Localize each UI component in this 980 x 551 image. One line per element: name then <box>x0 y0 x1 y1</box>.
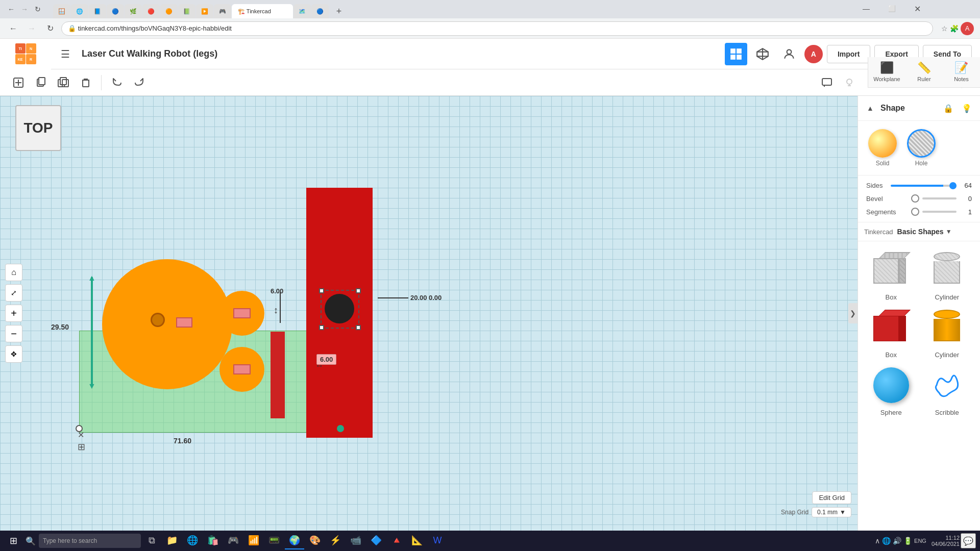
zoom-out-button[interactable]: − <box>5 325 22 342</box>
big-orange-circle[interactable] <box>102 259 232 389</box>
edge2-app[interactable]: 🔷 <box>366 532 386 549</box>
file-explorer-app[interactable]: 📁 <box>162 532 182 549</box>
taskbar-search[interactable]: Type here to search <box>39 534 141 548</box>
workplane-tab[interactable]: ⬛ Workplane <box>868 57 905 87</box>
snap-button[interactable]: ⊞ <box>78 441 85 453</box>
solid-option[interactable]: Solid <box>868 129 897 167</box>
chrome-app[interactable]: 🌍 <box>285 532 304 549</box>
edge-app[interactable]: 🌐 <box>183 532 202 549</box>
fit-view-button[interactable]: ⤢ <box>5 284 22 302</box>
app12[interactable]: 🔺 <box>387 532 406 549</box>
forward-button[interactable]: → <box>18 3 31 15</box>
light-bulb-button[interactable] <box>839 72 860 93</box>
bookmark-icon[interactable]: ☆ <box>941 24 948 33</box>
import-button[interactable]: Import <box>827 45 871 63</box>
user-settings-button[interactable] <box>778 43 800 65</box>
shape-box-red[interactable]: Box <box>866 307 916 359</box>
reload-button[interactable]: ↻ <box>32 3 44 15</box>
tray-volume[interactable]: 🔊 <box>893 537 901 545</box>
start-button[interactable]: ⊞ <box>4 532 22 549</box>
bevel-input[interactable] <box>911 194 919 203</box>
address-bar[interactable]: 🔒 tinkercad.com/things/boVNGaqN3Y8-epic-… <box>61 21 933 36</box>
delete-button[interactable] <box>76 72 96 93</box>
3d-view-button[interactable] <box>751 43 774 65</box>
maximize-button[interactable]: ⬜ <box>880 1 903 16</box>
close-button[interactable]: ✕ <box>905 1 929 16</box>
snap-grid-value[interactable]: 0.1 mm ▼ <box>812 507 851 517</box>
copy-button[interactable] <box>31 72 51 93</box>
shape-lock-button[interactable]: 🔒 <box>941 101 955 115</box>
browser-tab[interactable]: 🗺️ <box>293 4 311 18</box>
nav-forward-button[interactable]: → <box>24 21 39 36</box>
top-view-label[interactable]: TOP <box>15 105 61 151</box>
browser-tab[interactable]: 🔵 <box>107 4 124 18</box>
selected-circle[interactable] <box>325 294 354 323</box>
home-view-button[interactable]: ⌂ <box>5 264 22 281</box>
comment-button[interactable] <box>817 72 837 93</box>
shape-light-button[interactable]: 💡 <box>960 101 974 115</box>
browser-tab[interactable]: 📘 <box>89 4 106 18</box>
shape-scribble[interactable]: Scribble <box>922 365 972 416</box>
hole-option[interactable]: Hole <box>907 129 936 167</box>
back-button[interactable]: ← <box>5 3 17 15</box>
profile-icon[interactable]: A <box>961 22 974 35</box>
tray-arrow[interactable]: ∧ <box>875 537 880 545</box>
tray-battery[interactable]: 🔋 <box>903 537 912 545</box>
browser-tab[interactable]: 🪟 <box>53 4 70 18</box>
minimize-button[interactable]: — <box>854 1 878 16</box>
grid-view-button[interactable] <box>725 43 747 65</box>
app13[interactable]: 📐 <box>407 532 427 549</box>
app-menu-button[interactable]: ☰ <box>55 44 76 64</box>
notes-tab[interactable]: 📝 Notes <box>943 57 980 87</box>
word-app[interactable]: W <box>428 532 447 549</box>
duplicate-button[interactable] <box>53 72 74 93</box>
edit-grid-button[interactable]: Edit Grid <box>812 491 851 504</box>
steam-app[interactable]: 🎮 <box>224 532 243 549</box>
segments-input[interactable] <box>911 208 919 216</box>
collapse-panel-arrow[interactable]: ❯ <box>848 303 857 323</box>
app7[interactable]: 📟 <box>264 532 284 549</box>
arduino-app[interactable]: ⚡ <box>326 532 345 549</box>
shape-box-gray[interactable]: Box <box>866 249 916 301</box>
shape-sphere[interactable]: Sphere <box>866 365 916 416</box>
notification-button[interactable]: 💬 <box>961 533 976 548</box>
small-red-rect[interactable] <box>271 332 285 418</box>
redo-button[interactable] <box>129 72 150 93</box>
taskbar-clock[interactable]: 11:12 04/06/2021 <box>932 535 960 547</box>
sides-slider[interactable] <box>891 185 957 187</box>
browser-tab[interactable]: ▶️ <box>196 4 213 18</box>
task-view-button[interactable]: ⧉ <box>142 532 161 549</box>
browser-tab[interactable]: 🎮 <box>214 4 231 18</box>
nav-reload-button[interactable]: ↻ <box>43 21 57 36</box>
zoom-in-button[interactable]: + <box>5 305 22 322</box>
small-circle-2[interactable] <box>219 347 264 392</box>
store-app[interactable]: 🛍️ <box>203 532 223 549</box>
new-tab-button[interactable]: + <box>332 4 346 18</box>
library-dropdown[interactable]: Basic Shapes ▼ <box>897 228 952 236</box>
ruler-tab[interactable]: 📏 Ruler <box>905 57 943 87</box>
undo-button[interactable] <box>107 72 127 93</box>
nav-back-button[interactable]: ← <box>6 21 20 36</box>
zoom-app[interactable]: 📹 <box>346 532 365 549</box>
shape-cylinder-gray[interactable]: Cylinder <box>922 249 972 301</box>
extensions-icon[interactable]: 🧩 <box>950 24 959 33</box>
panel-collapse-button[interactable]: ▲ <box>864 102 876 114</box>
browser-tab[interactable]: 🔵 <box>311 4 329 18</box>
browser-tab[interactable]: 🔴 <box>142 4 160 18</box>
new-shape-button[interactable] <box>8 72 29 93</box>
search-button[interactable]: 🔍 <box>23 534 38 548</box>
browser-tab[interactable]: 🌐 <box>71 4 88 18</box>
browser-tab-active[interactable]: 🏗️ Tinkercad <box>232 4 293 18</box>
tray-network[interactable]: 🌐 <box>882 537 891 545</box>
small-circle-1[interactable] <box>219 291 264 336</box>
figma-app[interactable]: 🎨 <box>305 532 325 549</box>
pan-button[interactable]: ✥ <box>5 345 22 363</box>
deselect-button[interactable]: ✕ <box>78 430 84 440</box>
user-avatar[interactable]: A <box>804 45 823 63</box>
wifi-app[interactable]: 📶 <box>244 532 263 549</box>
browser-tab[interactable]: 📗 <box>178 4 195 18</box>
browser-tab[interactable]: 🟠 <box>160 4 178 18</box>
browser-tab[interactable]: 🌿 <box>125 4 142 18</box>
shape-cylinder-orange[interactable]: Cylinder <box>922 307 972 359</box>
app-logo[interactable]: TI N KE R <box>0 39 51 69</box>
